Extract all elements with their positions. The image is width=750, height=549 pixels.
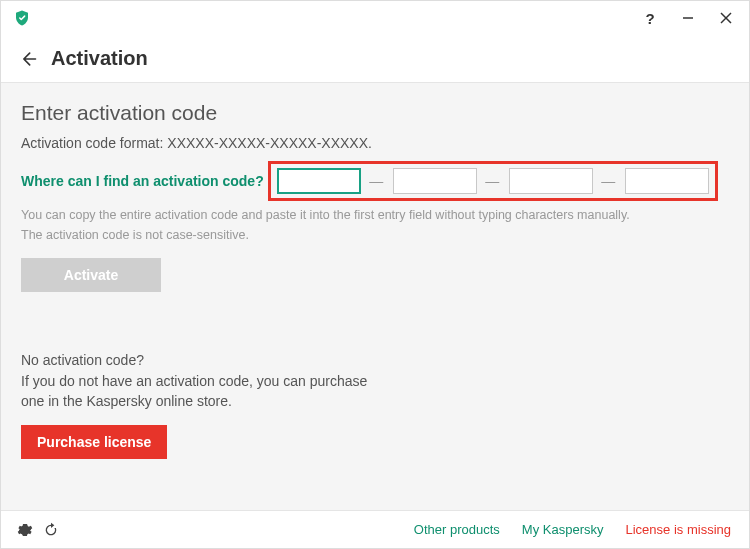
my-kaspersky-link[interactable]: My Kaspersky <box>522 522 604 537</box>
license-status-link[interactable]: License is missing <box>626 522 732 537</box>
kaspersky-shield-icon <box>13 9 31 27</box>
page-title: Activation <box>51 47 148 70</box>
settings-button[interactable] <box>15 520 35 540</box>
refresh-button[interactable] <box>41 520 61 540</box>
refresh-icon <box>43 522 59 538</box>
titlebar: ? <box>1 1 749 35</box>
code-separator: — <box>369 173 383 189</box>
help-icon: ? <box>645 10 654 27</box>
no-code-heading: No activation code? <box>21 352 729 368</box>
minimize-button[interactable] <box>669 3 707 33</box>
code-inputs-highlight: — — — <box>268 161 718 201</box>
code-input-4[interactable] <box>625 168 709 194</box>
help-button[interactable]: ? <box>631 3 669 33</box>
code-separator: — <box>601 173 615 189</box>
minimize-icon <box>682 12 694 24</box>
back-button[interactable] <box>17 48 39 70</box>
activation-window: ? Activation Enter activation code Activ… <box>0 0 750 549</box>
code-input-1[interactable] <box>277 168 361 194</box>
code-input-3[interactable] <box>509 168 593 194</box>
hint-line-2: The activation code is not case-sensitiv… <box>21 227 729 245</box>
close-button[interactable] <box>707 3 745 33</box>
other-products-link[interactable]: Other products <box>414 522 500 537</box>
section-heading: Enter activation code <box>21 101 729 125</box>
close-icon <box>720 12 732 24</box>
gear-icon <box>17 522 33 538</box>
purchase-license-button[interactable]: Purchase license <box>21 425 167 459</box>
code-input-row: — — — <box>271 168 709 194</box>
hint-line-1: You can copy the entire activation code … <box>21 207 729 225</box>
content-area: Enter activation code Activation code fo… <box>1 83 749 510</box>
activate-button[interactable]: Activate <box>21 258 161 292</box>
no-code-description: If you do not have an activation code, y… <box>21 372 381 411</box>
back-arrow-icon <box>18 49 38 69</box>
footer: Other products My Kaspersky License is m… <box>1 510 749 548</box>
format-label: Activation code format: XXXXX-XXXXX-XXXX… <box>21 135 729 151</box>
code-input-2[interactable] <box>393 168 477 194</box>
page-header: Activation <box>1 35 749 83</box>
find-code-link[interactable]: Where can I find an activation code? <box>21 173 264 189</box>
code-separator: — <box>485 173 499 189</box>
